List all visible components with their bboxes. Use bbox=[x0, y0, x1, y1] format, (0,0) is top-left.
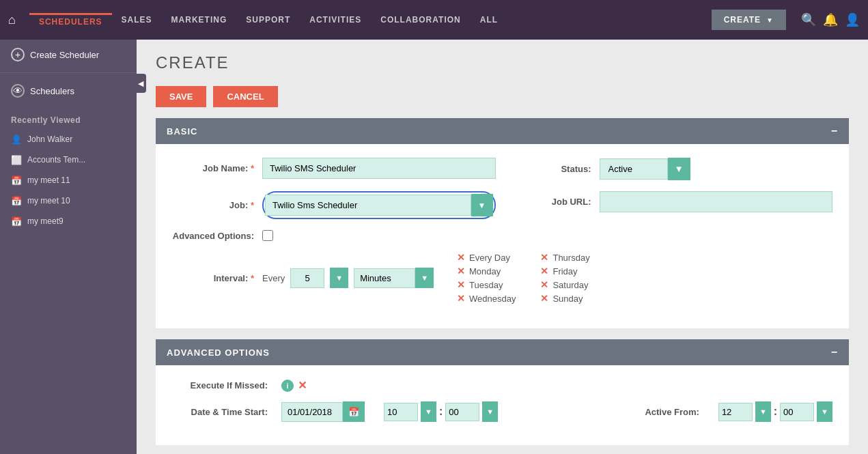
basic-section-title: BASIC bbox=[167, 126, 197, 137]
active-from-minute-dropdown[interactable]: ▼ bbox=[817, 401, 832, 422]
advanced-section-body: Execute If Missed: i ✕ Date & Time Start… bbox=[156, 365, 849, 445]
user-icon[interactable]: 👤 bbox=[845, 12, 860, 27]
notifications-icon[interactable]: 🔔 bbox=[823, 12, 838, 27]
basic-section-header: BASIC − bbox=[156, 118, 849, 144]
day-label: Every Day bbox=[469, 253, 510, 263]
eye-icon: 👁 bbox=[11, 84, 25, 98]
advanced-section-header: ADVANCED OPTIONS − bbox=[156, 339, 849, 365]
recently-viewed-label: Recently Viewed bbox=[0, 106, 137, 129]
calendar-icon-3: 📅 bbox=[11, 216, 22, 227]
day-label: Monday bbox=[469, 266, 501, 276]
job-url-input[interactable] bbox=[600, 191, 833, 212]
recent-meet10[interactable]: 📅 my meet 10 bbox=[0, 190, 137, 211]
day-x-icon: ✕ bbox=[540, 266, 548, 276]
execute-missed-row: Execute If Missed: i ✕ bbox=[172, 379, 832, 392]
recent-john-walker[interactable]: 👤 John Walker bbox=[0, 129, 137, 150]
recent-meet11[interactable]: 📅 my meet 11 bbox=[0, 170, 137, 190]
interval-value-input[interactable]: 5 bbox=[290, 268, 324, 288]
nav-support[interactable]: SUPPORT bbox=[236, 15, 300, 25]
minute-select[interactable]: 00 bbox=[445, 403, 479, 421]
action-bar: SAVE CANCEL bbox=[137, 79, 868, 118]
sidebar-collapse-arrow[interactable]: ◀ bbox=[135, 74, 146, 93]
recent-label: my meet 10 bbox=[27, 196, 70, 205]
execute-missed-clear-icon[interactable]: ✕ bbox=[298, 379, 307, 392]
nav-marketing[interactable]: MARKETING bbox=[162, 15, 237, 25]
every-label: Every bbox=[262, 273, 285, 283]
execute-missed-label: Execute If Missed: bbox=[172, 380, 268, 391]
status-col: Status: Active Inactive ▼ bbox=[509, 158, 833, 180]
active-from-separator: : bbox=[774, 406, 777, 418]
advanced-section: ADVANCED OPTIONS − Execute If Missed: i … bbox=[156, 339, 849, 445]
basic-section: BASIC − Job Name: * Twilio SMS Scheduler… bbox=[156, 118, 849, 328]
minute-dropdown-button[interactable]: ▼ bbox=[482, 401, 498, 422]
job-dropdown-button[interactable]: ▼ bbox=[471, 194, 493, 216]
day-label: Thursday bbox=[552, 253, 589, 263]
date-wrap: 01/01/2018 📅 bbox=[281, 401, 365, 422]
info-icon[interactable]: i bbox=[281, 380, 294, 392]
status-select[interactable]: Active Inactive bbox=[600, 158, 668, 180]
basic-collapse-icon[interactable]: − bbox=[831, 125, 838, 137]
basic-section-body: Job Name: * Twilio SMS Scheduler Status:… bbox=[156, 144, 849, 328]
sidebar-schedulers[interactable]: 👁 Schedulers bbox=[0, 76, 137, 106]
active-from-hour-select[interactable]: 12 bbox=[718, 403, 753, 421]
active-from-time-wrap: 12 ▼ : 00 ▼ bbox=[718, 401, 832, 422]
advanced-options-checkbox[interactable] bbox=[262, 230, 273, 241]
recent-label: my meet9 bbox=[27, 216, 64, 226]
job-select-wrap: Twilio Sms Scheduler ▼ bbox=[262, 191, 496, 219]
date-input[interactable]: 01/01/2018 bbox=[281, 402, 343, 422]
status-dropdown-button[interactable]: ▼ bbox=[668, 158, 690, 180]
active-from-minute-select[interactable]: 00 bbox=[780, 403, 814, 421]
job-name-input[interactable]: Twilio SMS Scheduler bbox=[262, 158, 496, 179]
home-icon[interactable]: ⌂ bbox=[8, 13, 16, 27]
job-url-col: Job URL: bbox=[509, 191, 833, 212]
calendar-icon-2: 📅 bbox=[11, 195, 22, 206]
advanced-collapse-icon[interactable]: − bbox=[831, 346, 838, 358]
day-friday: ✕ Friday bbox=[540, 266, 589, 276]
interval-col: Interval: * Every 5 ▼ Minutes Hours bbox=[172, 252, 832, 304]
execute-missed-icons: i ✕ bbox=[281, 379, 307, 392]
day-label: Saturday bbox=[552, 280, 588, 290]
main-content: CREATE SAVE CANCEL BASIC − Job Name: * bbox=[137, 40, 868, 454]
day-thursday: ✕ Thursday bbox=[540, 252, 589, 263]
day-tuesday: ✕ Tuesday bbox=[457, 279, 516, 290]
day-x-icon: ✕ bbox=[540, 252, 548, 263]
nav-activities[interactable]: ACTIVITIES bbox=[300, 15, 371, 25]
interval-value-dropdown[interactable]: ▼ bbox=[330, 268, 348, 288]
interval-label: Interval: * bbox=[172, 273, 254, 283]
day-x-icon: ✕ bbox=[540, 279, 548, 290]
nav-sales[interactable]: SALES bbox=[112, 15, 162, 25]
recent-meet9[interactable]: 📅 my meet9 bbox=[0, 211, 137, 231]
job-col: Job: * Twilio Sms Scheduler ▼ bbox=[172, 191, 496, 219]
day-label: Tuesday bbox=[469, 280, 503, 290]
days-col-1: ✕ Every Day ✕ Monday ✕ T bbox=[457, 252, 516, 304]
recent-accounts[interactable]: ⬜ Accounts Tem... bbox=[0, 150, 137, 170]
create-button[interactable]: CREATE ▼ bbox=[712, 10, 786, 30]
cancel-button[interactable]: CANCEL bbox=[213, 86, 277, 107]
search-icon[interactable]: 🔍 bbox=[801, 12, 816, 27]
job-label: Job: * bbox=[172, 200, 254, 210]
days-col-2: ✕ Thursday ✕ Friday ✕ Sa bbox=[540, 252, 589, 304]
nav-schedulers[interactable]: SCHEDULERS bbox=[29, 13, 112, 27]
interval-unit-dropdown[interactable]: ▼ bbox=[415, 268, 434, 288]
day-x-icon: ✕ bbox=[457, 279, 465, 290]
hour-select[interactable]: 10 bbox=[384, 403, 418, 421]
save-button[interactable]: SAVE bbox=[156, 86, 206, 107]
day-x-icon: ✕ bbox=[457, 252, 465, 263]
top-navbar: ⌂ SCHEDULERS SALES MARKETING SUPPORT ACT… bbox=[0, 0, 868, 40]
nav-collaboration[interactable]: COLLABORATION bbox=[371, 15, 470, 25]
interval-unit-select[interactable]: Minutes Hours Days bbox=[354, 268, 415, 288]
job-name-row: Job Name: * Twilio SMS Scheduler Status:… bbox=[172, 158, 832, 180]
time-wrap: 10 ▼ : 00 ▼ bbox=[384, 401, 498, 422]
day-label: Friday bbox=[552, 266, 577, 276]
advanced-options-row: Advanced Options: bbox=[172, 230, 832, 241]
hour-dropdown-button[interactable]: ▼ bbox=[421, 401, 436, 422]
job-select[interactable]: Twilio Sms Scheduler bbox=[265, 195, 471, 216]
nav-all[interactable]: ALL bbox=[471, 15, 507, 25]
day-x-icon: ✕ bbox=[457, 266, 465, 276]
active-from-hour-dropdown[interactable]: ▼ bbox=[755, 401, 771, 422]
calendar-picker-button[interactable]: 📅 bbox=[343, 401, 365, 422]
recent-label: my meet 11 bbox=[27, 175, 70, 185]
create-label: CREATE bbox=[724, 15, 761, 25]
sidebar-create-scheduler[interactable]: + Create Scheduler bbox=[0, 40, 137, 70]
calendar-icon-1: 📅 bbox=[11, 175, 22, 186]
